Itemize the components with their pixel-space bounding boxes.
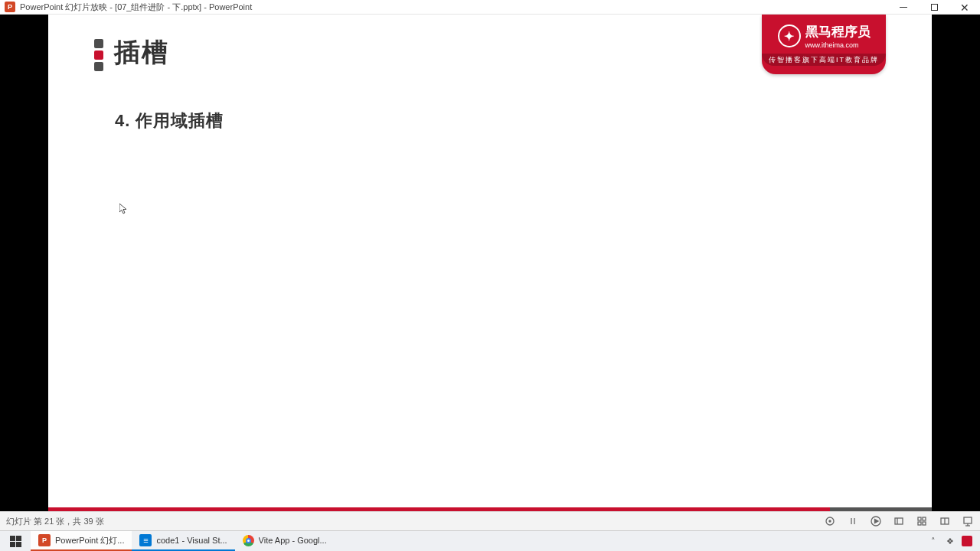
slideshow-view-icon[interactable]: [962, 515, 974, 527]
reading-view-icon[interactable]: [939, 515, 951, 527]
tray-app-icon[interactable]: ❖: [945, 536, 956, 546]
chrome-icon: [243, 535, 254, 546]
mouse-cursor: [119, 204, 127, 214]
slideshow-stage[interactable]: 插槽 4. 作用域插槽 ✦ 黑马程序员 www.itheima.com 传智播客…: [0, 15, 980, 511]
svg-rect-10: [923, 522, 926, 525]
normal-view-icon[interactable]: [893, 515, 905, 527]
start-button[interactable]: [0, 531, 31, 551]
slide-counter: 幻灯片 第 21 张，共 39 张: [6, 516, 824, 527]
slide-bullet-icon: [94, 39, 104, 71]
play-icon[interactable]: [870, 515, 882, 527]
slide: 插槽 4. 作用域插槽 ✦ 黑马程序员 www.itheima.com 传智播客…: [48, 15, 932, 511]
taskbar-item-powerpoint[interactable]: P PowerPoint 幻灯...: [31, 531, 132, 551]
brand-logo-icon: ✦: [778, 24, 801, 47]
window-titlebar: P PowerPoint 幻灯片放映 - [07_组件进阶 - 下.pptx] …: [0, 0, 980, 15]
svg-rect-7: [918, 517, 921, 520]
system-tray: ˄ ❖: [920, 531, 980, 551]
pause-icon[interactable]: [847, 515, 859, 527]
taskbar-label: Vite App - Googl...: [259, 536, 327, 545]
svg-rect-13: [964, 517, 972, 523]
taskbar-item-chrome[interactable]: Vite App - Googl...: [235, 531, 335, 551]
powerpoint-icon: P: [38, 534, 51, 546]
tray-chevron-up-icon[interactable]: ˄: [928, 536, 939, 546]
powerpoint-app-icon: P: [5, 2, 15, 12]
status-bar: 幻灯片 第 21 张，共 39 张: [0, 511, 980, 530]
close-button[interactable]: ✕: [949, 0, 980, 15]
windows-logo-icon: [10, 536, 21, 547]
svg-point-1: [829, 520, 831, 522]
brand-tagline: 传智播客旗下高端IT教育品牌: [762, 54, 886, 66]
brand-url: www.itheima.com: [805, 41, 871, 49]
taskbar-item-vscode[interactable]: ≡ code1 - Visual St...: [132, 531, 234, 551]
tray-sogou-icon[interactable]: [962, 536, 972, 546]
window-title: PowerPoint 幻灯片放映 - [07_组件进阶 - 下.pptx] - …: [20, 2, 252, 13]
brand-name: 黑马程序员: [805, 23, 871, 41]
windows-taskbar: P PowerPoint 幻灯... ≡ code1 - Visual St..…: [0, 530, 980, 551]
brand-logo-banner: ✦ 黑马程序员 www.itheima.com 传智播客旗下高端IT教育品牌: [762, 15, 886, 74]
slide-subtitle: 4. 作用域插槽: [115, 109, 224, 132]
svg-rect-5: [895, 518, 903, 524]
slide-title: 插槽: [114, 35, 169, 70]
taskbar-label: PowerPoint 幻灯...: [55, 535, 124, 546]
taskbar-label: code1 - Visual St...: [156, 536, 227, 545]
svg-rect-8: [923, 517, 926, 520]
pen-tool-icon[interactable]: [824, 515, 836, 527]
vscode-icon: ≡: [139, 534, 152, 546]
svg-rect-9: [918, 522, 921, 525]
minimize-button[interactable]: [888, 0, 919, 15]
maximize-button[interactable]: [919, 0, 949, 15]
sorter-view-icon[interactable]: [916, 515, 928, 527]
